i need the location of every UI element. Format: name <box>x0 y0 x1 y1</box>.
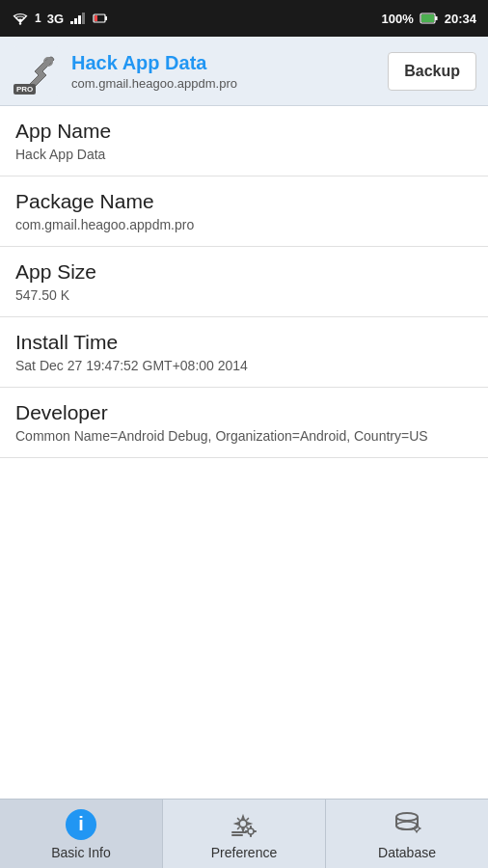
toolbar: PRO Hack App Data com.gmail.heagoo.appdm… <box>0 37 488 106</box>
svg-rect-9 <box>435 16 438 20</box>
nav-label-database: Database <box>378 845 436 860</box>
network-type: 3G <box>47 12 64 26</box>
app-title: Hack App Data <box>71 51 388 74</box>
app-icon-container: PRO <box>12 46 62 96</box>
svg-point-15 <box>239 820 247 827</box>
info-value-0: Hack App Data <box>15 147 473 162</box>
svg-rect-10 <box>421 14 434 22</box>
pro-badge: PRO <box>14 84 36 95</box>
info-value-4: Common Name=Android Debug, Organization=… <box>15 428 473 444</box>
nav-item-basic-info[interactable]: i Basic Info <box>0 800 163 868</box>
svg-rect-4 <box>82 13 85 24</box>
nav-label-preference: Preference <box>211 845 277 860</box>
info-icon: i <box>65 808 97 841</box>
info-row-1: Package Namecom.gmail.heagoo.appdm.pro <box>0 176 488 247</box>
app-info: Hack App Data com.gmail.heagoo.appdm.pro <box>71 51 388 91</box>
info-label-3: Install Time <box>15 331 473 354</box>
info-label-2: App Size <box>15 260 473 284</box>
battery-low-icon <box>93 13 108 24</box>
info-row-3: Install TimeSat Dec 27 19:47:52 GMT+08:0… <box>0 317 488 388</box>
info-row-0: App NameHack App Data <box>0 106 488 176</box>
svg-point-16 <box>248 828 254 834</box>
backup-button[interactable]: Backup <box>388 52 476 91</box>
nav-label-basic-info: Basic Info <box>51 845 110 860</box>
info-value-2: 547.50 K <box>15 287 473 303</box>
status-left: 1 3G <box>12 12 376 26</box>
svg-rect-1 <box>70 21 73 24</box>
svg-rect-7 <box>95 15 97 21</box>
info-value-1: com.gmail.heagoo.appdm.pro <box>15 217 473 232</box>
info-label-4: Developer <box>15 401 473 424</box>
info-row-4: DeveloperCommon Name=Android Debug, Orga… <box>0 388 488 458</box>
battery-percent: 100% <box>382 12 414 26</box>
svg-text:i: i <box>78 813 84 834</box>
nav-item-preference[interactable]: Preference <box>163 800 326 868</box>
info-row-2: App Size547.50 K <box>0 247 488 317</box>
svg-rect-6 <box>105 16 107 20</box>
signal-icon <box>69 12 87 25</box>
content-area: App NameHack App DataPackage Namecom.gma… <box>0 106 488 799</box>
preference-icon <box>228 808 260 841</box>
app-package: com.gmail.heagoo.appdm.pro <box>71 76 388 91</box>
nav-item-database[interactable]: Database <box>326 800 488 868</box>
info-label-0: App Name <box>15 120 473 143</box>
svg-rect-18 <box>231 834 243 836</box>
svg-point-19 <box>396 813 418 821</box>
svg-rect-17 <box>231 831 247 833</box>
svg-rect-3 <box>78 15 81 24</box>
svg-rect-2 <box>74 18 77 24</box>
sim-indicator: 1 <box>35 12 41 25</box>
svg-point-0 <box>19 22 21 24</box>
status-bar: 1 3G 100% 20:34 <box>0 0 488 37</box>
battery-full-icon <box>420 12 439 25</box>
bottom-nav: i Basic Info Preference <box>0 799 488 868</box>
database-icon <box>391 808 423 841</box>
clock: 20:34 <box>445 12 476 26</box>
info-value-3: Sat Dec 27 19:47:52 GMT+08:00 2014 <box>15 358 473 373</box>
info-label-1: Package Name <box>15 190 473 213</box>
wifi-icon <box>12 12 29 25</box>
